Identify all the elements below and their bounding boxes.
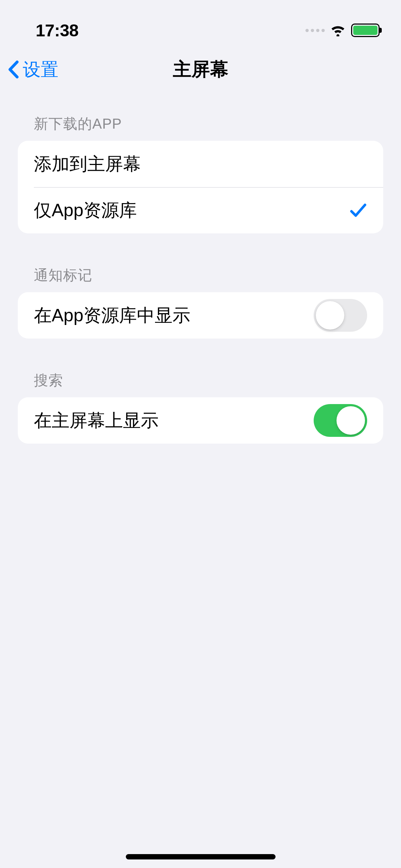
group-search: 在主屏幕上显示 — [18, 397, 383, 444]
row-show-in-library: 在App资源库中显示 — [18, 292, 383, 339]
row-label: 在App资源库中显示 — [34, 304, 190, 327]
cellular-signal-icon — [305, 29, 325, 32]
chevron-left-icon — [7, 60, 20, 79]
status-bar: 17:38 — [0, 0, 401, 46]
back-label: 设置 — [23, 58, 58, 82]
content: 新下载的APP 添加到主屏幕 仅App资源库 通知标记 在App资源库中显示 搜… — [0, 93, 401, 444]
toggle-show-on-home[interactable] — [314, 404, 367, 437]
status-time: 17:38 — [36, 21, 78, 40]
section-header-search: 搜索 — [18, 371, 383, 397]
section-header-notification-badges: 通知标记 — [18, 265, 383, 292]
checkmark-icon — [349, 202, 367, 218]
page-title: 主屏幕 — [7, 57, 394, 82]
home-indicator[interactable] — [126, 854, 276, 859]
option-app-library-only[interactable]: 仅App资源库 — [18, 187, 383, 233]
toggle-show-in-library[interactable] — [314, 299, 367, 332]
group-notification-badges: 在App资源库中显示 — [18, 292, 383, 339]
row-show-on-home: 在主屏幕上显示 — [18, 397, 383, 444]
section-header-new-downloads: 新下载的APP — [18, 114, 383, 141]
option-label: 添加到主屏幕 — [34, 152, 141, 176]
row-label: 在主屏幕上显示 — [34, 409, 159, 433]
nav-bar: 设置 主屏幕 — [0, 46, 401, 93]
back-button[interactable]: 设置 — [7, 58, 58, 82]
option-add-to-home[interactable]: 添加到主屏幕 — [18, 141, 383, 187]
battery-icon — [351, 24, 380, 37]
status-indicators — [305, 24, 380, 37]
option-label: 仅App资源库 — [34, 198, 137, 222]
group-new-downloads: 添加到主屏幕 仅App资源库 — [18, 141, 383, 233]
wifi-icon — [330, 24, 346, 36]
